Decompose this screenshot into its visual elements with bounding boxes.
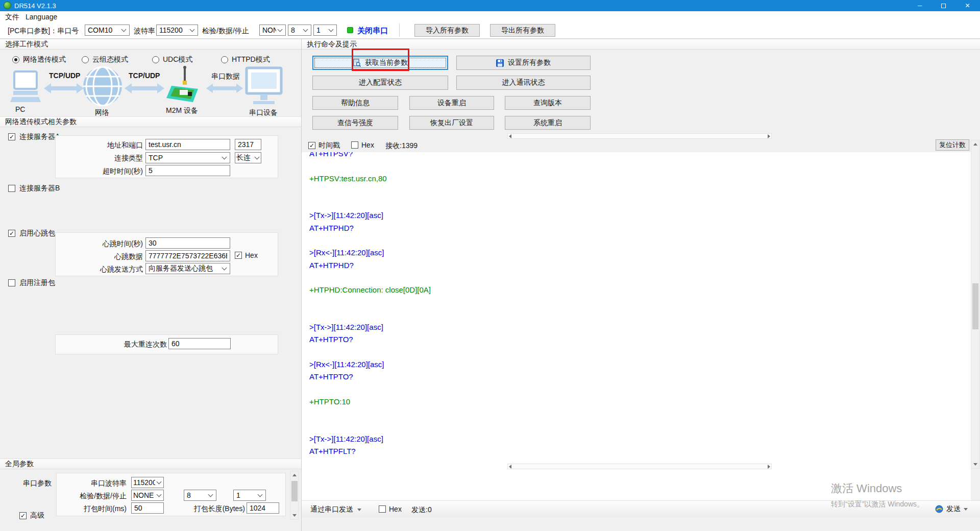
scroll-left-icon[interactable]: [509, 465, 511, 469]
log-line: [309, 297, 963, 309]
server-a-checkbox[interactable]: ✓ 连接服务器A: [8, 132, 60, 141]
reconnect-input[interactable]: [168, 338, 231, 349]
menubar: [0, 11, 980, 22]
section-title: 执行命令及提示: [307, 40, 357, 49]
advanced-checkbox[interactable]: ✓ 高级: [19, 511, 44, 520]
log-hscrollbar-top[interactable]: [507, 133, 772, 139]
send-hex-checkbox[interactable]: Hex: [379, 505, 402, 513]
help-button[interactable]: 帮助信息: [312, 96, 398, 110]
device-reboot-button[interactable]: 设备重启: [409, 96, 494, 110]
serial-stopbits-select[interactable]: 1: [233, 490, 266, 501]
send-icon: [935, 505, 943, 513]
log-hscrollbar-bottom[interactable]: [507, 464, 772, 469]
heartbeat-checkbox[interactable]: ✓ 启用心跳包: [8, 229, 55, 238]
parity-select[interactable]: NONI: [259, 25, 286, 36]
section-net-params: 网络透传模式相关参数: [0, 116, 301, 127]
addr-label: 地址和端口: [87, 141, 143, 150]
query-signal-button[interactable]: 查信号强度: [312, 116, 398, 130]
scroll-right-icon[interactable]: [768, 134, 770, 138]
radio-icon: [221, 56, 228, 63]
section-title: 网络透传模式相关参数: [5, 117, 77, 127]
timestamp-checkbox[interactable]: ✓ 时间戳: [308, 141, 340, 150]
port-input[interactable]: [235, 139, 261, 150]
export-params-button[interactable]: 导出所有参数: [490, 24, 555, 37]
log-hex-checkbox[interactable]: Hex: [351, 141, 374, 149]
pack-len-input[interactable]: [247, 502, 279, 514]
checkbox-icon: ✓: [235, 252, 242, 259]
left-scrollbar[interactable]: [290, 471, 299, 520]
set-params-button[interactable]: 设置所有参数: [456, 56, 591, 70]
scroll-up-icon[interactable]: [290, 471, 298, 479]
com-port-select[interactable]: COM10: [85, 25, 130, 36]
conn-mode-select[interactable]: 长连: [235, 152, 261, 163]
section-work-mode: 选择工作模式: [0, 39, 301, 50]
scroll-down-icon[interactable]: [290, 512, 298, 519]
chevron-down-icon: [157, 479, 162, 485]
log-line: [309, 185, 963, 197]
send-button[interactable]: 发送: [935, 504, 968, 514]
window-title: DR514 V2.1.3: [14, 2, 56, 10]
scroll-up-icon[interactable]: [971, 140, 979, 148]
serial-parity-select[interactable]: NONE: [131, 490, 164, 501]
close-button[interactable]: ✕: [955, 0, 980, 11]
checkbox-icon: ✓: [308, 142, 315, 149]
timeout-label: 超时时间(秒): [87, 167, 143, 176]
section-title: 全局参数: [5, 460, 34, 469]
hb-mode-select[interactable]: 向服务器发送心跳包: [145, 263, 230, 274]
scroll-down-icon[interactable]: [971, 461, 979, 468]
pack-time-input[interactable]: [131, 502, 164, 514]
serial-baud-select[interactable]: 115200: [131, 477, 164, 488]
hb-hex-checkbox[interactable]: ✓ Hex: [235, 251, 258, 259]
register-checkbox[interactable]: 启用注册包: [8, 278, 55, 287]
radio-mode-udc[interactable]: UDC模式: [152, 55, 192, 64]
scroll-left-icon[interactable]: [509, 134, 511, 138]
log-lines: AT+HTPSV? +HTPSV:test.usr.cn,80 >[Tx->][…: [309, 152, 963, 457]
diagram-link3-label: 串口数据: [211, 72, 240, 81]
scrollbar-thumb[interactable]: [291, 481, 298, 501]
timeout-input[interactable]: [145, 165, 230, 176]
server-b-checkbox[interactable]: 连接服务器B: [8, 184, 60, 193]
hb-data-input[interactable]: [145, 250, 230, 261]
reset-count-button[interactable]: 复位计数: [936, 139, 969, 151]
radio-mode-transparent[interactable]: 网络透传模式: [12, 55, 66, 64]
import-params-button[interactable]: 导入所有参数: [414, 24, 480, 37]
log-vscrollbar[interactable]: [971, 140, 979, 469]
log-line: +HTPHD:Connection: close[0D][0A]: [309, 284, 963, 296]
log-line: [309, 346, 963, 358]
address-input[interactable]: [145, 139, 230, 150]
scrollbar-thumb[interactable]: [972, 283, 978, 329]
send-mode-dropdown[interactable]: 通过串口发送: [310, 505, 361, 514]
enter-comm-button[interactable]: 进入通讯状态: [456, 76, 591, 90]
query-version-button[interactable]: 查询版本: [505, 96, 591, 110]
serial-parity-label: 检验/数据/停止: [70, 492, 127, 501]
log-line: >[Tx->][11:42:20][asc]: [309, 209, 963, 222]
log-line: +HTPTO:10: [309, 396, 963, 408]
system-reboot-button[interactable]: 系统重启: [505, 116, 591, 130]
conn-type-label: 连接类型: [87, 154, 143, 163]
close-port-button[interactable]: 关闭串口: [357, 26, 388, 36]
conn-type-select[interactable]: TCP: [145, 152, 230, 163]
globe-icon: [83, 66, 122, 106]
menu-file[interactable]: 文件: [5, 13, 19, 22]
app-window: DR514 V2.1.3 ─ ✕ 文件 Language [PC串口参数]：串口…: [0, 0, 980, 531]
enter-config-button[interactable]: 进入配置状态: [312, 76, 448, 90]
factory-reset-button[interactable]: 恢复出厂设置: [409, 116, 494, 130]
menu-language[interactable]: Language: [26, 13, 57, 21]
log-line: [309, 234, 963, 247]
stopbits-select[interactable]: 1: [313, 25, 337, 36]
minimize-button[interactable]: ─: [908, 0, 932, 11]
maximize-button[interactable]: [932, 0, 955, 11]
hb-mode-label: 心跳发送方式: [87, 265, 143, 274]
toolbar-divider: [399, 23, 400, 37]
recv-count: 接收:1399: [385, 141, 418, 151]
scroll-right-icon[interactable]: [768, 465, 770, 469]
radio-mode-httpd[interactable]: HTTPD模式: [221, 55, 270, 64]
maximize-icon: [941, 4, 946, 8]
radio-mode-cloud[interactable]: 云组态模式: [82, 55, 128, 64]
log-line: AT+HTPFLT?: [309, 445, 963, 457]
serial-databits-select[interactable]: 8: [184, 490, 216, 501]
baud-select[interactable]: 115200: [156, 25, 198, 36]
databits-select[interactable]: 8: [288, 25, 311, 36]
hb-time-input[interactable]: [145, 237, 230, 249]
checkbox-icon: [8, 185, 15, 192]
